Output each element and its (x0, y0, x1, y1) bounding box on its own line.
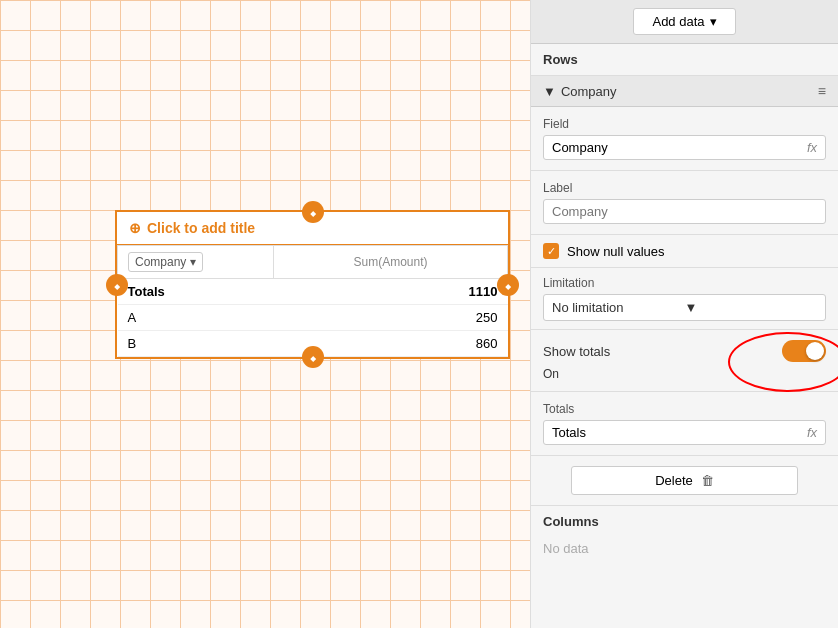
totals-field-section: Totals fx (531, 392, 838, 456)
totals-input-wrap[interactable]: fx (543, 420, 826, 445)
show-null-label: Show null values (567, 244, 665, 259)
delete-button[interactable]: Delete 🗑 (571, 466, 797, 495)
add-data-arrow: ▾ (710, 14, 717, 29)
row-a-label: A (118, 305, 274, 331)
add-data-label: Add data (652, 14, 704, 29)
label-section: Label (531, 171, 838, 235)
field-input-wrap[interactable]: fx (543, 135, 826, 160)
show-null-checkbox[interactable]: ✓ (543, 243, 559, 259)
toggle-knob (806, 342, 824, 360)
show-totals-toggle[interactable] (782, 340, 826, 362)
field-input[interactable] (552, 140, 807, 155)
widget-title-text: Click to add title (147, 220, 255, 236)
chevron-down-icon: ▼ (685, 300, 818, 315)
limitation-label: Limitation (543, 276, 826, 290)
show-totals-section: Show totals On (531, 330, 838, 392)
rows-label: Rows (543, 52, 578, 67)
field-section-label: Field (543, 117, 826, 131)
dropdown-arrow: ▾ (190, 255, 196, 269)
label-input[interactable] (552, 204, 817, 219)
row-a-value: 250 (274, 305, 508, 331)
columns-section-header: Columns (543, 514, 826, 529)
no-data-text: No data (543, 535, 826, 562)
table-header-sum: Sum(Amount) (274, 246, 508, 279)
table-row-totals: Totals 1110 (118, 279, 508, 305)
resize-handle-right[interactable]: ⬥ (497, 274, 519, 296)
resize-handle-bottom[interactable]: ⬥ (302, 346, 324, 368)
totals-field-label: Totals (543, 402, 826, 416)
data-table: Company ▾ Sum(Amount) Totals 1110 A 25 (117, 245, 508, 357)
right-panel: Add data ▾ Rows ▼ Company ≡ Field fx Lab… (530, 0, 838, 628)
delete-label: Delete (655, 473, 693, 488)
add-data-button[interactable]: Add data ▾ (633, 8, 735, 35)
show-null-row[interactable]: ✓ Show null values (531, 235, 838, 268)
report-widget[interactable]: ⬥ ⊕ Click to add title Company ▾ Sum(Amo… (115, 210, 510, 359)
field-section: Field fx (531, 107, 838, 171)
label-input-wrap[interactable] (543, 199, 826, 224)
move-icon: ⊕ (129, 220, 141, 236)
trash-icon: 🗑 (701, 473, 714, 488)
show-totals-row: Show totals (543, 340, 826, 362)
delete-section: Delete 🗑 (531, 456, 838, 506)
columns-section: Columns No data (531, 506, 838, 570)
table-header-company[interactable]: Company ▾ (118, 246, 274, 279)
company-arrow: ▼ (543, 84, 556, 99)
company-name: Company (561, 84, 617, 99)
table-row-a: A 250 (118, 305, 508, 331)
totals-value: 1110 (274, 279, 508, 305)
totals-input[interactable] (552, 425, 807, 440)
company-header-label: Company (135, 255, 186, 269)
row-b-label: B (118, 331, 274, 357)
fx-icon: fx (807, 140, 817, 155)
rows-section-header: Rows (531, 44, 838, 76)
label-section-label: Label (543, 181, 826, 195)
toggle-on-label: On (543, 367, 559, 381)
hamburger-icon[interactable]: ≡ (818, 83, 826, 99)
canvas-area: ⬥ ⊕ Click to add title Company ▾ Sum(Amo… (0, 0, 530, 628)
company-row[interactable]: ▼ Company ≡ (531, 76, 838, 107)
resize-handle-top[interactable]: ⬥ (302, 201, 324, 223)
add-data-bar: Add data ▾ (531, 0, 838, 44)
resize-handle-left[interactable]: ⬥ (106, 274, 128, 296)
totals-label: Totals (118, 279, 274, 305)
company-label: ▼ Company (543, 84, 617, 99)
limitation-select[interactable]: No limitation ▼ (543, 294, 826, 321)
show-totals-label: Show totals (543, 344, 610, 359)
columns-label: Columns (543, 514, 599, 529)
totals-fx-icon: fx (807, 425, 817, 440)
limitation-section: Limitation No limitation ▼ (531, 268, 838, 330)
limitation-value: No limitation (552, 300, 685, 315)
